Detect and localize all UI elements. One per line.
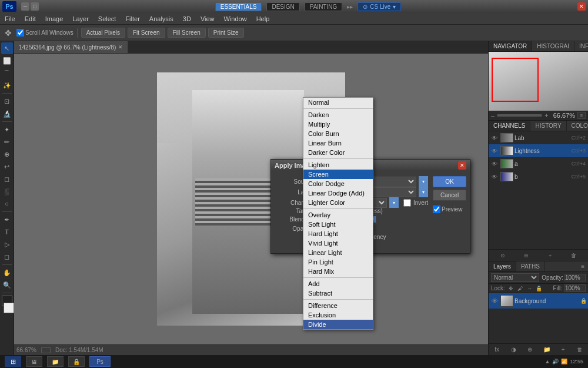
- taskbar-security[interactable]: 🔒: [68, 356, 85, 367]
- tool-dodge[interactable]: ○: [1, 198, 13, 210]
- channels-save-button[interactable]: ⊕: [522, 251, 531, 260]
- tab-paths[interactable]: PATHS: [516, 261, 545, 271]
- blend-add[interactable]: Add: [303, 279, 373, 289]
- fill-screen-button[interactable]: Fill Screen: [168, 28, 206, 38]
- tool-shape[interactable]: ◻: [1, 251, 13, 263]
- layers-fx-button[interactable]: fx: [492, 346, 502, 354]
- blend-lighten[interactable]: Lighten: [303, 160, 373, 170]
- tool-pen[interactable]: ✒: [1, 214, 13, 226]
- tool-hand[interactable]: ✋: [1, 267, 13, 279]
- tool-heal[interactable]: ✦: [1, 124, 13, 135]
- actual-pixels-button[interactable]: Actual Pixels: [81, 28, 125, 38]
- layers-blend-mode-select[interactable]: Normal: [491, 273, 539, 282]
- channel-select-arrow[interactable]: ▾: [389, 197, 399, 208]
- menu-edit[interactable]: Edit: [20, 14, 41, 24]
- menu-window[interactable]: Window: [219, 14, 252, 24]
- channel-eye-a[interactable]: 👁: [490, 159, 499, 168]
- layer-select-arrow[interactable]: ▾: [419, 187, 428, 197]
- fit-screen-button[interactable]: Fit Screen: [128, 28, 165, 38]
- channel-eye-lightness[interactable]: 👁: [490, 146, 499, 155]
- dialog-close-button[interactable]: ✕: [458, 161, 466, 170]
- blend-color-burn[interactable]: Color Burn: [303, 129, 373, 138]
- blend-difference[interactable]: Difference: [303, 301, 373, 310]
- lock-position-icon[interactable]: ✥: [507, 285, 514, 292]
- layers-mask-button[interactable]: ◑: [509, 346, 518, 354]
- layers-delete-button[interactable]: 🗑: [575, 346, 584, 354]
- tool-path-select[interactable]: ▷: [1, 238, 13, 250]
- nav-zoom-slider[interactable]: [497, 114, 542, 117]
- blend-soft-light[interactable]: Soft Light: [303, 220, 373, 229]
- tool-eraser[interactable]: ◻: [1, 173, 13, 185]
- channel-row-lightness[interactable]: 👁 Lightness Ctrl+3: [489, 144, 588, 157]
- tab-color[interactable]: COLOR: [567, 121, 588, 131]
- print-size-button[interactable]: Print Size: [208, 28, 244, 38]
- layers-group-button[interactable]: 📁: [542, 346, 552, 354]
- channels-delete-button[interactable]: 🗑: [569, 251, 579, 260]
- blend-overlay[interactable]: Overlay: [303, 210, 373, 220]
- menu-file[interactable]: File: [0, 14, 20, 24]
- menu-view[interactable]: View: [196, 14, 219, 24]
- channels-new-button[interactable]: +: [546, 251, 555, 260]
- tool-brush[interactable]: ✏: [1, 136, 13, 148]
- tab-layers[interactable]: Layers: [489, 261, 516, 271]
- design-mode-button[interactable]: DESIGN: [266, 2, 299, 11]
- minimize-button[interactable]: ─: [21, 2, 29, 11]
- invert-checkbox[interactable]: [403, 199, 411, 207]
- tab-navigator[interactable]: NAVIGATOR: [489, 41, 532, 51]
- tool-gradient[interactable]: ░: [1, 185, 13, 197]
- essentials-mode-button[interactable]: ESSENTIALS: [215, 2, 262, 11]
- preview-checkbox[interactable]: [433, 205, 440, 213]
- menu-image[interactable]: Image: [41, 14, 68, 24]
- tab-info[interactable]: INFO: [574, 41, 588, 51]
- channels-load-button[interactable]: ⊙: [498, 251, 507, 260]
- blend-normal[interactable]: Normal: [303, 98, 373, 107]
- channel-row-b[interactable]: 👁 b Ctrl+5: [489, 170, 588, 183]
- tool-crop[interactable]: ⊡: [1, 95, 13, 107]
- taskbar-explorer[interactable]: 📁: [47, 356, 64, 367]
- status-nav-button[interactable]: [41, 347, 51, 353]
- menu-layer[interactable]: Layer: [68, 14, 93, 24]
- doc-tab-close[interactable]: ✕: [118, 44, 123, 50]
- menu-filter[interactable]: Filter: [121, 14, 144, 24]
- layers-new-button[interactable]: +: [559, 346, 568, 354]
- tab-channels[interactable]: CHANNELS: [489, 121, 530, 131]
- menu-3d[interactable]: 3D: [178, 14, 196, 24]
- blend-linear-light[interactable]: Linear Light: [303, 248, 373, 257]
- tool-stamp[interactable]: ⊕: [1, 148, 13, 160]
- start-button[interactable]: ⊞: [5, 356, 21, 367]
- taskbar-photoshop[interactable]: Ps: [89, 356, 111, 367]
- channel-row-a[interactable]: 👁 a Ctrl+4: [489, 157, 588, 170]
- blend-subtract[interactable]: Subtract: [303, 289, 373, 298]
- nav-zoom-out-icon[interactable]: –: [491, 112, 495, 119]
- tool-type[interactable]: T: [1, 226, 13, 238]
- tool-zoom[interactable]: 🔍: [1, 279, 13, 291]
- tool-eyedropper[interactable]: 🔬: [1, 108, 13, 120]
- lock-pixel-icon[interactable]: 🖌: [517, 285, 524, 292]
- cs-live-button[interactable]: ⊙ CS Live ▾: [358, 2, 401, 11]
- fill-value-input[interactable]: [564, 284, 586, 292]
- menu-analysis[interactable]: Analysis: [145, 14, 178, 24]
- taskbar-show-desktop[interactable]: 🖥: [26, 356, 42, 367]
- nav-zoom-in-icon[interactable]: +: [544, 112, 548, 119]
- maximize-button[interactable]: □: [31, 2, 39, 11]
- blend-exclusion[interactable]: Exclusion: [303, 310, 373, 320]
- blend-multiply[interactable]: Multiply: [303, 120, 373, 129]
- tool-move[interactable]: ↖: [1, 42, 13, 54]
- channel-row-lab[interactable]: 👁 Lab Ctrl+2: [489, 131, 588, 144]
- blend-darken[interactable]: Darken: [303, 110, 373, 120]
- background-color-swatch[interactable]: [4, 303, 14, 313]
- source-select-arrow[interactable]: ▾: [419, 176, 428, 187]
- nav-options-btn[interactable]: ≡: [577, 112, 586, 119]
- menu-select[interactable]: Select: [93, 14, 121, 24]
- cancel-button[interactable]: Cancel: [433, 190, 466, 201]
- blend-linear-burn[interactable]: Linear Burn: [303, 138, 373, 148]
- painting-mode-button[interactable]: PAINTING: [305, 2, 342, 11]
- layer-row-background[interactable]: 👁 Background 🔒: [489, 293, 588, 309]
- tab-history[interactable]: HISTORY: [530, 121, 566, 131]
- layers-adjustment-button[interactable]: ⊕: [525, 346, 534, 354]
- blend-linear-dodge[interactable]: Linear Dodge (Add): [303, 188, 373, 198]
- blend-lighter-color[interactable]: Lighter Color: [303, 198, 373, 207]
- channel-eye-b[interactable]: 👁: [490, 172, 499, 181]
- tab-histogram[interactable]: HISTOGRAI: [532, 41, 574, 51]
- blend-screen[interactable]: Screen: [303, 170, 373, 179]
